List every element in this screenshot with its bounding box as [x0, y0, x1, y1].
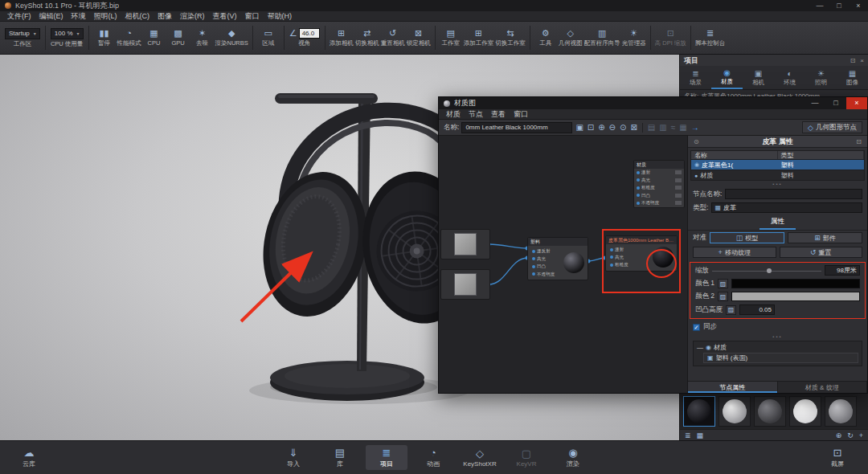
maximize-button[interactable]: □	[829, 0, 849, 11]
zoom-fit-icon[interactable]: ⊡	[587, 123, 595, 132]
menu-material[interactable]: 材质	[442, 109, 465, 119]
tree-item-material[interactable]: — ◉ 材质	[694, 341, 862, 353]
grid-view-icon[interactable]: ▦	[697, 431, 704, 439]
tab-properties[interactable]: 属性	[760, 216, 796, 230]
cpu-button[interactable]: ▦CPU	[143, 28, 166, 47]
align-model-button[interactable]: ◫ 模型	[710, 232, 784, 243]
move-texture-button[interactable]: + 移动纹理	[693, 247, 776, 258]
zoom-out-icon[interactable]: ⊖	[608, 123, 616, 132]
studio-button[interactable]: ▤工作室	[440, 28, 462, 47]
pin-icon[interactable]: ⊙	[692, 138, 701, 145]
material-preview-thumb[interactable]	[825, 396, 857, 427]
node-texture-2[interactable]	[440, 269, 490, 300]
menu-render[interactable]: 渲染(R)	[176, 11, 209, 22]
texture-map-icon[interactable]: ▨	[726, 305, 736, 315]
menu-help[interactable]: 帮助(H)	[264, 11, 297, 22]
scale-slider[interactable]	[712, 267, 821, 275]
performance-mode-button[interactable]: ◔性能模式	[117, 28, 141, 47]
list-view-icon[interactable]: ≣	[685, 431, 691, 439]
material-preview-thumb[interactable]	[683, 396, 715, 427]
material-name-input[interactable]: 0mm Leather Black 1000mm	[461, 122, 572, 133]
close-button[interactable]: ×	[849, 0, 868, 11]
tab-image[interactable]: ▦图像	[837, 66, 868, 89]
cloud-library-button[interactable]: ☁ 云库	[8, 445, 50, 470]
tab-material-and-textures[interactable]: 材质 & 纹理	[778, 382, 868, 393]
menu-window[interactable]: 窗口	[510, 109, 532, 119]
color1-swatch[interactable]	[731, 279, 860, 288]
region-button[interactable]: ▭区域	[257, 28, 280, 47]
tools-button[interactable]: ⚙工具	[534, 28, 557, 47]
node-material-overview[interactable]: 材质 漫射 高光 粗糙度 凹凸 不透明度	[633, 160, 685, 208]
view-angle-input[interactable]: 46.0	[299, 28, 320, 39]
color2-swatch[interactable]	[731, 292, 860, 301]
show-maps-icon[interactable]: ▤	[647, 123, 656, 132]
project-button[interactable]: ≣项目	[366, 445, 407, 470]
texture-map-icon[interactable]: ▨	[718, 279, 728, 288]
collapse-icon[interactable]: —	[697, 344, 703, 351]
align-part-button[interactable]: ⊞ 部件	[788, 232, 862, 243]
tab-node-properties[interactable]: 节点属性	[688, 382, 778, 393]
save-icon[interactable]: ▣	[575, 123, 583, 132]
show-labels-icon[interactable]: ▥	[658, 123, 667, 132]
geometry-node-button[interactable]: ◇ 几何图形节点	[802, 121, 862, 133]
close-button[interactable]: ×	[846, 97, 867, 109]
gpu-button[interactable]: ▩GPU	[167, 28, 190, 47]
menu-file[interactable]: 文件(F)	[3, 11, 35, 22]
search-icon[interactable]: ⊕	[836, 431, 842, 439]
keyvr-button[interactable]: ▢KeyVR	[506, 445, 547, 470]
add-studio-button[interactable]: ⊞添加工作室	[464, 28, 494, 47]
menu-window[interactable]: 窗口	[241, 11, 264, 22]
menu-image[interactable]: 图像	[154, 11, 176, 22]
material-preview-thumb[interactable]	[754, 396, 786, 427]
tab-camera[interactable]: ▣相机	[743, 66, 774, 89]
view-angle-control[interactable]: ∠ 46.0 视角	[289, 28, 320, 47]
center-view-icon[interactable]: ⊙	[619, 123, 627, 132]
float-panel-icon[interactable]: ⊡	[850, 57, 856, 64]
scale-value-input[interactable]: 98厘米	[825, 265, 860, 276]
node-material-root[interactable]: 皮革黑色1000mm Leather B… 漫射 高光 粗糙度	[605, 235, 678, 272]
show-grid-icon[interactable]: ▦	[678, 123, 687, 132]
apply-arrow-icon[interactable]: →	[690, 123, 700, 132]
screenshot-button[interactable]: ⊡ 截屏	[817, 445, 858, 470]
menu-camera[interactable]: 相机(C)	[121, 11, 154, 22]
pause-button[interactable]: ▮▮暂停	[93, 28, 116, 47]
add-camera-button[interactable]: ⊞添加相机	[330, 28, 354, 47]
menu-view[interactable]: 查看	[487, 109, 510, 119]
node-type-select[interactable]: ▦ 皮革	[711, 202, 862, 213]
tree-item-plastic-surface[interactable]: ▣ 塑料 (表面)	[703, 353, 858, 363]
geometry-view-button[interactable]: ◇几何视图	[559, 28, 583, 47]
workspace-selector[interactable]: Startup▾ 工作区	[5, 28, 40, 48]
keyshotxr-button[interactable]: ◇KeyShotXR	[459, 445, 501, 470]
material-preview-thumb[interactable]	[719, 396, 751, 427]
tab-material[interactable]: ◉材质	[711, 66, 743, 89]
zoom-in-icon[interactable]: ⊕	[597, 123, 605, 132]
node-texture-1[interactable]	[440, 229, 490, 259]
tab-lighting[interactable]: ☀照明	[805, 66, 837, 89]
minimize-button[interactable]: —	[805, 97, 825, 109]
render-button[interactable]: ◉渲染	[552, 445, 594, 470]
minimize-button[interactable]: —	[810, 0, 829, 11]
light-manager-button[interactable]: ☀光管理器	[622, 28, 646, 47]
reset-button[interactable]: ↺ 重置	[780, 247, 863, 258]
cpu-usage-selector[interactable]: 100 %▾ CPU 使用量	[51, 28, 84, 48]
float-panel-icon[interactable]: ⊡	[854, 138, 863, 145]
close-panel-icon[interactable]: ×	[860, 57, 864, 64]
tab-environment[interactable]: ◐环境	[774, 66, 805, 89]
node-name-input[interactable]	[725, 189, 862, 199]
sync-checkbox[interactable]: ✓	[693, 324, 700, 331]
import-button[interactable]: ⇓导入	[272, 445, 314, 470]
lock-icon[interactable]: ⊠	[629, 123, 637, 132]
refresh-icon[interactable]: ↻	[847, 431, 854, 439]
reset-camera-button[interactable]: ↺重置相机	[381, 28, 405, 47]
texture-map-icon[interactable]: ▨	[718, 292, 728, 301]
hi-dpi-scaling-button[interactable]: ⊡高 DPI 缩放	[655, 28, 686, 47]
tab-scene[interactable]: ≣场景	[680, 66, 711, 89]
show-wires-icon[interactable]: ≈	[670, 123, 677, 132]
material-preview-thumb[interactable]	[789, 396, 821, 427]
table-row[interactable]: ●材质 塑料	[690, 170, 865, 181]
menu-edit[interactable]: 编辑(E)	[35, 11, 68, 22]
menu-environment[interactable]: 环境	[68, 11, 90, 22]
node-plastic[interactable]: 塑料 漫反射 高光 凹凸 不透明度	[527, 237, 588, 280]
table-row[interactable]: ◉皮革黑色1( 塑料	[690, 160, 865, 170]
lock-camera-button[interactable]: ⊠锁定相机	[407, 28, 431, 47]
